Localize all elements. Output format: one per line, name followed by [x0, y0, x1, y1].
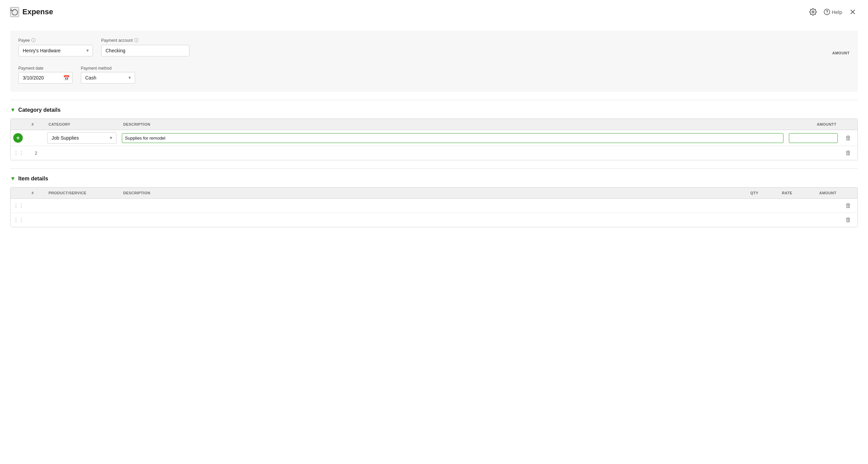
payment-date-group: Payment date 3/10/2020 📅	[18, 66, 73, 84]
row1-delete-button[interactable]: 🗑	[843, 134, 853, 142]
item-col-header-qty: QTY	[735, 188, 762, 199]
payee-select[interactable]: Henry's Hardware	[18, 45, 93, 56]
payment-account-group: Payment account ⓘ Checking	[101, 37, 189, 56]
item-row1-desc-input[interactable]	[122, 201, 733, 211]
item-row2-desc-input[interactable]	[122, 215, 733, 225]
item-row2-rate-cell	[762, 213, 796, 227]
item-details-section: ▼ Item details # PRODUCT/SERVICE DESCRIP…	[10, 169, 858, 227]
item-table: # PRODUCT/SERVICE DESCRIPTION QTY RATE A…	[11, 188, 857, 227]
payment-date-label: Payment date	[18, 66, 73, 71]
form-row-1: Payee ⓘ Henry's Hardware ▼ Payment accou…	[18, 37, 850, 56]
row1-description-input[interactable]	[122, 133, 783, 143]
table-row: + Job Supplies Materials Office Supplies…	[11, 130, 857, 146]
category-table-container: # CATEGORY DESCRIPTION AMOUNTT +	[10, 119, 858, 160]
item-row1-drag-handle[interactable]: ⋮⋮	[13, 203, 24, 209]
row1-amount-cell	[786, 130, 841, 146]
item-row2-drag-handle[interactable]: ⋮⋮	[13, 217, 24, 223]
payee-select-wrapper: Henry's Hardware ▼	[18, 45, 93, 56]
item-section-title: Item details	[18, 176, 48, 182]
item-row1-num	[27, 199, 44, 213]
item-row1-qty-input[interactable]	[738, 201, 760, 211]
row2-num: 2	[27, 146, 44, 160]
item-row2-product-input[interactable]	[47, 215, 116, 225]
payment-method-select[interactable]: Cash Check Credit Card Other	[81, 72, 135, 84]
refresh-icon	[11, 8, 18, 15]
col-header-num	[11, 119, 27, 130]
col-header-category: CATEGORY	[44, 119, 119, 130]
item-row1-rate-input[interactable]	[765, 201, 794, 211]
row1-amount-input[interactable]	[789, 133, 838, 143]
row2-amount-cell	[786, 146, 841, 160]
row2-category-input[interactable]	[47, 148, 116, 158]
refresh-button[interactable]	[10, 7, 19, 17]
item-row1-rate-cell	[762, 199, 796, 213]
item-section-header: ▼ Item details	[10, 176, 858, 182]
item-row2-drag-cell: ⋮⋮	[11, 213, 27, 227]
item-row2-delete-cell: 🗑	[841, 213, 857, 227]
item-row1-drag-cell: ⋮⋮	[11, 199, 27, 213]
category-toggle-button[interactable]: ▼	[10, 107, 16, 113]
row1-category-select[interactable]: Job Supplies Materials Office Supplies O…	[47, 132, 116, 144]
item-row1-amount-cell	[796, 199, 841, 213]
row1-num	[27, 130, 44, 146]
add-row-button[interactable]: +	[13, 133, 23, 143]
item-row2-qty-cell	[735, 213, 762, 227]
row2-category-cell	[44, 146, 119, 160]
item-row2-qty-input[interactable]	[738, 215, 760, 225]
category-section-header: ▼ Category details	[10, 107, 858, 113]
payment-account-input[interactable]: Checking	[101, 45, 189, 56]
row1-delete-cell: 🗑	[841, 130, 857, 146]
row2-delete-button[interactable]: 🗑	[843, 149, 853, 157]
item-row1-delete-button[interactable]: 🗑	[843, 201, 853, 210]
payee-group: Payee ⓘ Henry's Hardware ▼	[18, 37, 93, 56]
payment-method-group: Payment method Cash Check Credit Card Ot…	[81, 66, 135, 84]
item-col-header-amount: AMOUNT	[796, 188, 841, 199]
item-col-header-action	[841, 188, 857, 199]
item-row2-desc-cell	[119, 213, 735, 227]
item-row2-amount-input[interactable]	[799, 215, 838, 225]
item-col-header-rate: RATE	[762, 188, 796, 199]
item-row1-product-cell	[44, 199, 119, 213]
item-row2-delete-button[interactable]: 🗑	[843, 216, 853, 224]
item-row1-product-input[interactable]	[47, 201, 116, 211]
item-row1-amount-input[interactable]	[799, 201, 838, 211]
form-section: Payee ⓘ Henry's Hardware ▼ Payment accou…	[10, 31, 858, 92]
amount-header-label: AMOUNT	[832, 51, 850, 56]
item-toggle-button[interactable]: ▼	[10, 176, 16, 182]
payment-date-wrapper: 3/10/2020 📅	[18, 72, 73, 84]
header: Expense Help	[10, 7, 858, 22]
row1-description-cell	[119, 130, 786, 146]
category-section-title: Category details	[18, 107, 60, 113]
payment-method-label: Payment method	[81, 66, 135, 71]
item-col-header-product: PRODUCT/SERVICE	[44, 188, 119, 199]
category-table: # CATEGORY DESCRIPTION AMOUNTT +	[11, 119, 857, 160]
payee-help-icon[interactable]: ⓘ	[31, 37, 36, 43]
form-row-2: Payment date 3/10/2020 📅 Payment method …	[18, 66, 850, 84]
payment-account-help-icon[interactable]: ⓘ	[134, 37, 138, 43]
payment-method-select-wrapper: Cash Check Credit Card Other ▼	[81, 72, 135, 84]
help-button[interactable]: Help	[824, 8, 842, 15]
row2-drag-handle[interactable]: ⋮⋮	[13, 150, 24, 156]
close-icon	[849, 8, 856, 16]
row2-description-input[interactable]	[122, 148, 783, 158]
row2-description-cell	[119, 146, 786, 160]
header-left: Expense	[10, 7, 53, 17]
col-header-description: DESCRIPTION	[119, 119, 786, 130]
item-col-header-num: #	[27, 188, 44, 199]
close-button[interactable]	[848, 7, 858, 17]
item-row2-rate-input[interactable]	[765, 215, 794, 225]
col-header-hash: #	[27, 119, 44, 130]
row2-amount-input[interactable]	[789, 148, 838, 158]
payment-date-input[interactable]: 3/10/2020	[18, 72, 73, 84]
gear-icon	[809, 8, 817, 16]
category-details-section: ▼ Category details # CATEGORY DESCRIPTIO…	[10, 100, 858, 160]
help-label: Help	[832, 9, 842, 15]
row1-category-cell: Job Supplies Materials Office Supplies O…	[44, 130, 119, 146]
table-row: ⋮⋮	[11, 213, 857, 227]
settings-button[interactable]	[808, 7, 818, 17]
row2-drag-cell: ⋮⋮	[11, 146, 27, 160]
help-circle-icon	[824, 8, 830, 15]
item-table-header: # PRODUCT/SERVICE DESCRIPTION QTY RATE A…	[11, 188, 857, 199]
item-row2-product-cell	[44, 213, 119, 227]
category-table-header: # CATEGORY DESCRIPTION AMOUNTT	[11, 119, 857, 130]
